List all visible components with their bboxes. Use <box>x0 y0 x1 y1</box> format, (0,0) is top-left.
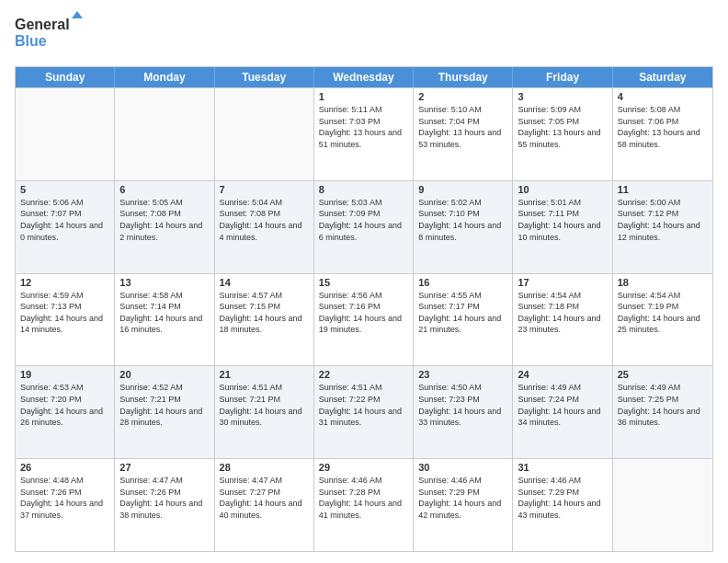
calendar: SundayMondayTuesdayWednesdayThursdayFrid… <box>15 66 713 552</box>
calendar-cell: 2Sunrise: 5:10 AMSunset: 7:04 PMDaylight… <box>414 88 513 180</box>
calendar-cell: 22Sunrise: 4:51 AMSunset: 7:22 PMDayligh… <box>314 366 414 458</box>
day-number: 6 <box>119 184 209 195</box>
day-number: 28 <box>220 462 309 473</box>
calendar-cell: 29Sunrise: 4:46 AMSunset: 7:28 PMDayligh… <box>314 459 414 551</box>
cell-info: Sunrise: 4:52 AMSunset: 7:21 PMDaylight:… <box>119 382 209 428</box>
calendar-cell: 1Sunrise: 5:11 AMSunset: 7:03 PMDaylight… <box>314 88 414 180</box>
cell-info: Sunrise: 4:49 AMSunset: 7:24 PMDaylight:… <box>518 382 607 428</box>
calendar-row-1: 1Sunrise: 5:11 AMSunset: 7:03 PMDaylight… <box>16 87 712 180</box>
calendar-cell: 23Sunrise: 4:50 AMSunset: 7:23 PMDayligh… <box>414 366 513 458</box>
day-number: 12 <box>20 277 109 288</box>
cell-info: Sunrise: 4:54 AMSunset: 7:19 PMDaylight:… <box>618 290 708 336</box>
calendar-cell <box>613 459 712 551</box>
cell-info: Sunrise: 4:46 AMSunset: 7:28 PMDaylight:… <box>319 475 408 521</box>
cell-info: Sunrise: 4:46 AMSunset: 7:29 PMDaylight:… <box>418 475 507 521</box>
day-number: 5 <box>20 184 109 195</box>
svg-text:General: General <box>15 17 70 32</box>
calendar-cell: 4Sunrise: 5:08 AMSunset: 7:06 PMDaylight… <box>613 88 712 180</box>
calendar-cell: 26Sunrise: 4:48 AMSunset: 7:26 PMDayligh… <box>16 459 115 551</box>
day-number: 15 <box>319 277 408 288</box>
calendar-cell: 13Sunrise: 4:58 AMSunset: 7:14 PMDayligh… <box>115 274 214 366</box>
calendar-cell: 14Sunrise: 4:57 AMSunset: 7:15 PMDayligh… <box>215 274 314 366</box>
calendar-row-3: 12Sunrise: 4:59 AMSunset: 7:13 PMDayligh… <box>16 273 712 366</box>
day-number: 22 <box>319 369 408 380</box>
calendar-row-5: 26Sunrise: 4:48 AMSunset: 7:26 PMDayligh… <box>16 458 712 551</box>
calendar-cell: 11Sunrise: 5:00 AMSunset: 7:12 PMDayligh… <box>613 181 712 273</box>
day-number: 9 <box>418 184 507 195</box>
day-number: 31 <box>518 462 607 473</box>
cell-info: Sunrise: 5:00 AMSunset: 7:12 PMDaylight:… <box>618 197 708 243</box>
cell-info: Sunrise: 4:49 AMSunset: 7:25 PMDaylight:… <box>618 382 708 428</box>
calendar-header: SundayMondayTuesdayWednesdayThursdayFrid… <box>16 67 712 87</box>
day-of-week-tuesday: Tuesday <box>215 67 314 87</box>
day-of-week-thursday: Thursday <box>414 67 513 87</box>
day-number: 19 <box>20 369 109 380</box>
day-number: 14 <box>220 277 309 288</box>
calendar-cell: 7Sunrise: 5:04 AMSunset: 7:08 PMDaylight… <box>215 181 314 273</box>
cell-info: Sunrise: 4:50 AMSunset: 7:23 PMDaylight:… <box>418 382 507 428</box>
logo-svg: General Blue <box>15 11 97 55</box>
logo: General Blue <box>15 11 88 59</box>
day-number: 25 <box>618 369 708 380</box>
calendar-cell <box>115 88 214 180</box>
cell-info: Sunrise: 5:02 AMSunset: 7:10 PMDaylight:… <box>418 197 507 243</box>
calendar-cell: 18Sunrise: 4:54 AMSunset: 7:19 PMDayligh… <box>613 274 712 366</box>
day-number: 21 <box>220 369 309 380</box>
day-number: 10 <box>518 184 607 195</box>
svg-marker-2 <box>72 11 83 18</box>
calendar-cell: 16Sunrise: 4:55 AMSunset: 7:17 PMDayligh… <box>414 274 513 366</box>
day-number: 13 <box>119 277 209 288</box>
cell-info: Sunrise: 5:08 AMSunset: 7:06 PMDaylight:… <box>618 104 708 150</box>
calendar-cell: 31Sunrise: 4:46 AMSunset: 7:29 PMDayligh… <box>513 459 612 551</box>
day-number: 26 <box>20 462 109 473</box>
calendar-cell: 15Sunrise: 4:56 AMSunset: 7:16 PMDayligh… <box>314 274 414 366</box>
calendar-cell: 30Sunrise: 4:46 AMSunset: 7:29 PMDayligh… <box>414 459 513 551</box>
day-number: 17 <box>518 277 607 288</box>
day-number: 29 <box>319 462 408 473</box>
day-of-week-saturday: Saturday <box>613 67 712 87</box>
calendar-row-2: 5Sunrise: 5:06 AMSunset: 7:07 PMDaylight… <box>16 180 712 273</box>
day-number: 18 <box>618 277 708 288</box>
calendar-cell: 20Sunrise: 4:52 AMSunset: 7:21 PMDayligh… <box>115 366 214 458</box>
cell-info: Sunrise: 4:56 AMSunset: 7:16 PMDaylight:… <box>319 290 408 336</box>
calendar-cell: 19Sunrise: 4:53 AMSunset: 7:20 PMDayligh… <box>16 366 115 458</box>
day-of-week-friday: Friday <box>513 67 612 87</box>
cell-info: Sunrise: 5:11 AMSunset: 7:03 PMDaylight:… <box>319 104 408 150</box>
calendar-cell <box>215 88 314 180</box>
cell-info: Sunrise: 5:06 AMSunset: 7:07 PMDaylight:… <box>20 197 109 243</box>
calendar-cell: 27Sunrise: 4:47 AMSunset: 7:26 PMDayligh… <box>115 459 214 551</box>
day-number: 8 <box>319 184 408 195</box>
cell-info: Sunrise: 4:46 AMSunset: 7:29 PMDaylight:… <box>518 475 607 521</box>
day-number: 24 <box>518 369 607 380</box>
day-number: 1 <box>319 91 408 102</box>
day-number: 16 <box>418 277 507 288</box>
page: General Blue SundayMondayTuesdayWednesda… <box>0 0 728 563</box>
calendar-cell: 6Sunrise: 5:05 AMSunset: 7:08 PMDaylight… <box>115 181 214 273</box>
cell-info: Sunrise: 4:48 AMSunset: 7:26 PMDaylight:… <box>20 475 109 521</box>
cell-info: Sunrise: 5:01 AMSunset: 7:11 PMDaylight:… <box>518 197 607 243</box>
cell-info: Sunrise: 4:58 AMSunset: 7:14 PMDaylight:… <box>119 290 209 336</box>
cell-info: Sunrise: 4:59 AMSunset: 7:13 PMDaylight:… <box>20 290 109 336</box>
cell-info: Sunrise: 4:47 AMSunset: 7:26 PMDaylight:… <box>119 475 209 521</box>
day-of-week-sunday: Sunday <box>16 67 115 87</box>
calendar-cell: 24Sunrise: 4:49 AMSunset: 7:24 PMDayligh… <box>513 366 612 458</box>
calendar-cell: 3Sunrise: 5:09 AMSunset: 7:05 PMDaylight… <box>513 88 612 180</box>
day-of-week-wednesday: Wednesday <box>314 67 414 87</box>
day-number: 2 <box>418 91 507 102</box>
day-number: 11 <box>618 184 708 195</box>
calendar-cell: 21Sunrise: 4:51 AMSunset: 7:21 PMDayligh… <box>215 366 314 458</box>
cell-info: Sunrise: 5:09 AMSunset: 7:05 PMDaylight:… <box>518 104 607 150</box>
cell-info: Sunrise: 4:57 AMSunset: 7:15 PMDaylight:… <box>220 290 309 336</box>
day-of-week-monday: Monday <box>115 67 214 87</box>
cell-info: Sunrise: 4:51 AMSunset: 7:22 PMDaylight:… <box>319 382 408 428</box>
calendar-cell <box>16 88 115 180</box>
day-number: 23 <box>418 369 507 380</box>
calendar-cell: 12Sunrise: 4:59 AMSunset: 7:13 PMDayligh… <box>16 274 115 366</box>
calendar-body: 1Sunrise: 5:11 AMSunset: 7:03 PMDaylight… <box>16 87 712 551</box>
calendar-row-4: 19Sunrise: 4:53 AMSunset: 7:20 PMDayligh… <box>16 365 712 458</box>
cell-info: Sunrise: 4:54 AMSunset: 7:18 PMDaylight:… <box>518 290 607 336</box>
cell-info: Sunrise: 4:51 AMSunset: 7:21 PMDaylight:… <box>220 382 309 428</box>
calendar-cell: 25Sunrise: 4:49 AMSunset: 7:25 PMDayligh… <box>613 366 712 458</box>
calendar-cell: 28Sunrise: 4:47 AMSunset: 7:27 PMDayligh… <box>215 459 314 551</box>
day-number: 30 <box>418 462 507 473</box>
